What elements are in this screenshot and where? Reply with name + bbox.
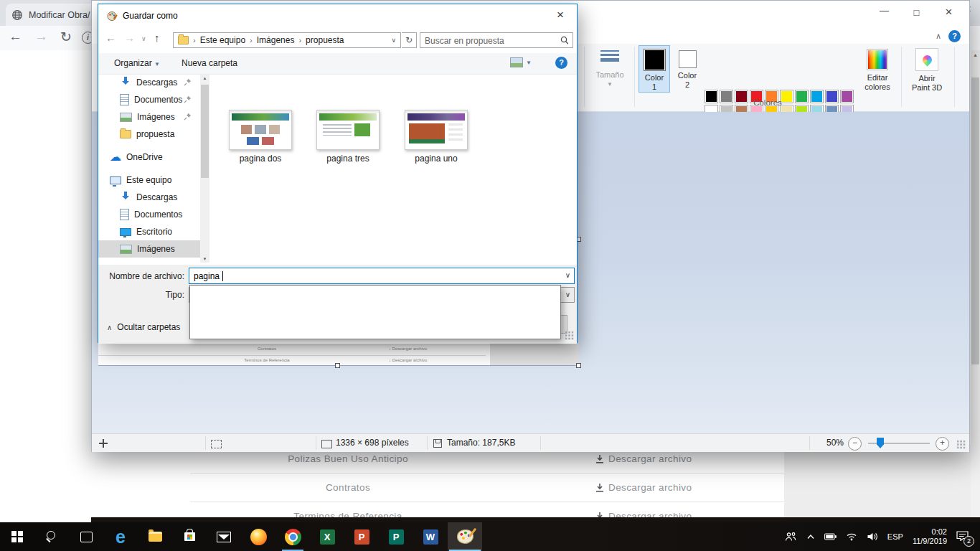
sidebar-item[interactable]: Descargas <box>98 74 200 91</box>
mail-icon[interactable] <box>207 522 241 551</box>
sidebar-item[interactable]: Documentos <box>98 206 200 223</box>
scrollbar-thumb[interactable] <box>201 85 209 178</box>
search-input[interactable] <box>423 34 555 48</box>
nav-up-icon[interactable]: ↑ <box>154 32 160 44</box>
nav-scrollbar[interactable]: ▲ ▼ <box>200 75 209 263</box>
color2-swatch <box>679 50 697 68</box>
start-icon[interactable] <box>0 522 34 551</box>
file-size-icon <box>433 439 442 448</box>
open-paint3d-button[interactable]: AbrirPaint 3D <box>905 45 948 93</box>
forward-icon[interactable]: → <box>34 29 48 44</box>
publisher-icon[interactable]: P <box>379 522 413 551</box>
word-icon[interactable]: W <box>413 522 448 551</box>
excel-icon[interactable]: X <box>310 522 344 551</box>
download-link[interactable]: Descargar archivo <box>506 482 692 493</box>
new-folder-button[interactable]: Nueva carpeta <box>182 58 237 68</box>
firefox-icon[interactable] <box>241 522 275 551</box>
chevron-down-icon: ▼ <box>607 81 613 88</box>
file-size-value: Tamaño: 187,5KB <box>447 438 515 448</box>
file-item[interactable]: pagina tres <box>316 110 380 164</box>
chevron-down-icon[interactable]: ∨ <box>391 37 396 44</box>
help-icon[interactable]: ? <box>948 30 961 42</box>
scroll-up-icon[interactable]: ▲ <box>971 52 980 57</box>
minimize-button[interactable]: — <box>868 3 900 22</box>
collapse-ribbon-icon[interactable]: ∧ <box>936 32 941 41</box>
filename-autocomplete-dropdown[interactable] <box>189 285 561 339</box>
sidebar-item[interactable]: propuesta <box>98 126 200 143</box>
sidebar-item[interactable]: Este equipo <box>98 171 200 189</box>
breadcrumb-item[interactable]: Imágenes <box>257 35 295 45</box>
sidebar-item-label: OneDrive <box>126 152 163 162</box>
scroll-up-icon[interactable]: ▲ <box>200 76 209 80</box>
color1-button[interactable]: Color1 <box>639 45 670 93</box>
dialog-close-icon[interactable]: × <box>550 6 571 24</box>
wifi-icon[interactable] <box>846 532 857 541</box>
edit-colors-icon <box>867 49 888 70</box>
sidebar-item-icon <box>120 192 131 203</box>
language-indicator[interactable]: ESP <box>887 532 903 541</box>
zoom-slider-thumb[interactable] <box>877 438 884 448</box>
nav-back-icon[interactable]: ← <box>105 32 116 44</box>
breadcrumb-item[interactable]: Este equipo <box>200 35 245 45</box>
sidebar-item-icon <box>110 151 121 163</box>
view-mode-icon <box>510 57 523 67</box>
download-link[interactable]: Descargar archivo <box>506 453 692 464</box>
zoom-in-button[interactable]: + <box>936 437 949 451</box>
scrollbar-thumb[interactable] <box>971 77 979 364</box>
action-center-button[interactable]: 2 <box>956 530 973 544</box>
sidebar-item[interactable]: OneDrive <box>98 149 200 166</box>
file-item[interactable]: pagina uno <box>405 110 468 164</box>
dialog-titlebar[interactable]: Guardar como × <box>98 4 577 27</box>
close-button[interactable]: × <box>933 3 965 22</box>
zoom-out-button[interactable]: − <box>848 437 862 451</box>
clock[interactable]: 0:02 11/9/2019 <box>913 527 947 546</box>
color2-button[interactable]: Color2 <box>673 45 702 93</box>
refresh-button[interactable]: ↻ <box>402 32 417 48</box>
store-icon[interactable] <box>172 522 207 551</box>
dialog-help-icon[interactable]: ? <box>555 57 567 69</box>
view-mode-button[interactable]: ▼ <box>510 57 532 67</box>
organize-button[interactable]: Organizar ▼ <box>114 58 160 68</box>
resize-handle[interactable] <box>335 363 340 368</box>
filename-input[interactable]: pagina ∨ <box>189 268 575 284</box>
resize-handle[interactable] <box>576 363 581 368</box>
zoom-level: 50% <box>826 438 844 448</box>
chevron-down-icon[interactable]: ∨ <box>565 271 570 279</box>
back-icon[interactable]: ← <box>9 29 22 44</box>
hide-folders-button[interactable]: ∧ Ocultar carpetas <box>107 322 180 332</box>
file-explorer-icon[interactable] <box>138 522 172 551</box>
breadcrumb-item[interactable]: propuesta <box>306 35 344 45</box>
sidebar-item[interactable]: Documentos <box>98 91 200 108</box>
task-view-icon[interactable] <box>69 522 103 551</box>
sidebar-item[interactable]: Imágenes <box>98 108 200 126</box>
breadcrumb[interactable]: › Este equipo › Imágenes › propuesta ∨ <box>173 32 401 48</box>
chevron-up-icon[interactable] <box>806 534 815 540</box>
search-box[interactable] <box>420 32 573 48</box>
nav-forward-icon[interactable]: → <box>124 32 135 44</box>
resize-grip[interactable] <box>956 440 966 449</box>
maximize-button[interactable]: □ <box>900 3 933 22</box>
reload-icon[interactable]: ↻ <box>60 29 72 45</box>
file-name: pagina uno <box>405 154 468 164</box>
size-button[interactable]: Tamaño ▼ <box>588 45 631 88</box>
dialog-resize-grip[interactable] <box>565 331 574 340</box>
edge-icon[interactable] <box>103 522 138 551</box>
sidebar-item[interactable]: Descargas <box>98 189 200 206</box>
sidebar-item[interactable]: Escritorio <box>98 223 200 240</box>
scroll-down-icon[interactable]: ▼ <box>200 257 209 261</box>
volume-icon[interactable] <box>867 532 878 541</box>
file-item[interactable]: pagina dos <box>229 110 292 164</box>
battery-icon[interactable] <box>824 533 837 540</box>
nav-history-icon[interactable]: ∨ <box>141 35 146 42</box>
sidebar-item[interactable]: Imágenes <box>98 240 200 258</box>
powerpoint-icon[interactable]: P <box>344 522 379 551</box>
paint-icon[interactable] <box>448 522 482 551</box>
sidebar-item-icon <box>120 245 132 254</box>
date: 11/9/2019 <box>913 537 947 546</box>
people-icon[interactable] <box>785 532 797 542</box>
browser-scrollbar[interactable]: ▲ <box>971 50 980 517</box>
search-icon[interactable] <box>34 522 69 551</box>
edit-colors-button[interactable]: Editarcolores <box>858 45 897 92</box>
file-thumbnail <box>405 110 468 150</box>
chrome-icon[interactable] <box>275 522 310 551</box>
